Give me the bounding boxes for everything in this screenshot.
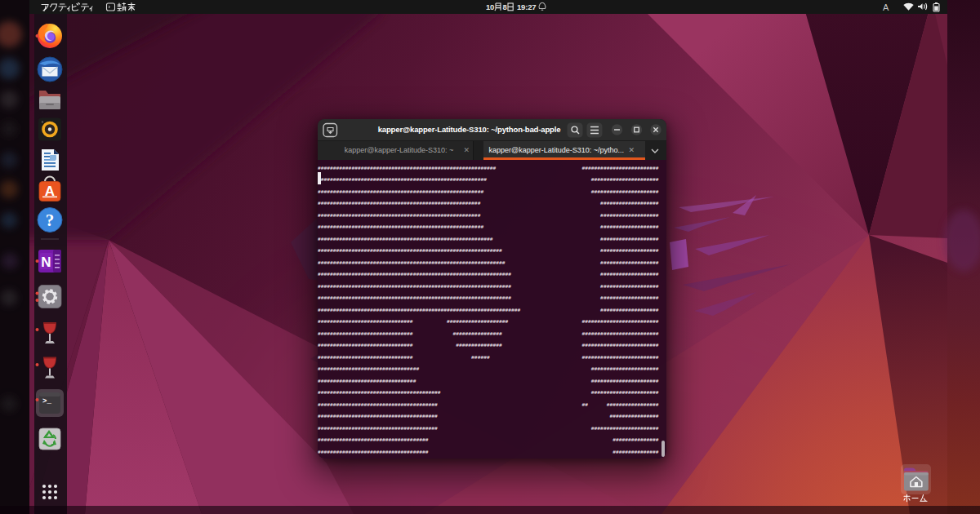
svg-text:19:27: 19:27	[517, 2, 536, 11]
svg-text:8: 8	[503, 2, 507, 11]
svg-text:?: ?	[46, 210, 55, 230]
svg-text:>_: >_	[42, 397, 51, 405]
svg-text:A: A	[883, 2, 889, 12]
svg-text:10: 10	[486, 2, 494, 11]
svg-text:N: N	[41, 255, 51, 270]
